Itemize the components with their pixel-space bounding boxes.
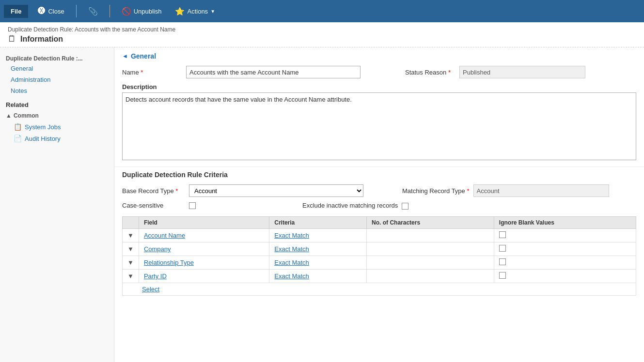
page-title-icon: 🗒 [8, 34, 16, 44]
row4-expand[interactable]: ▼ [123, 270, 139, 283]
separator-1 [76, 5, 77, 17]
sidebar-item-system-jobs[interactable]: 📋 System Jobs [0, 121, 114, 133]
row1-field: Account Name [139, 229, 269, 242]
row2-criteria: Exact Match [269, 242, 367, 256]
row4-field: Party ID [139, 270, 269, 283]
th-no-of-characters: No. of Characters [367, 217, 494, 229]
actions-button[interactable]: ⭐ Actions ▼ [171, 5, 219, 18]
case-sensitive-label: Case-sensitive [122, 202, 185, 209]
description-textarea[interactable]: Detects account records that have the sa… [122, 92, 636, 160]
base-record-type-group: Base Record Type * Account [122, 184, 363, 197]
separator-2 [110, 5, 110, 17]
row4-chars [367, 270, 494, 283]
th-field: Field [139, 217, 269, 229]
common-collapse-icon: ▲ [6, 112, 12, 119]
name-input[interactable] [186, 66, 361, 78]
file-button[interactable]: File [4, 5, 28, 18]
table-row: ▼ Account Name Exact Match [123, 229, 636, 242]
breadcrumb: Duplicate Detection Rule: Accounts with … [8, 26, 636, 33]
row3-field: Relationship Type [139, 256, 269, 270]
name-required-star: * [141, 69, 143, 76]
sidebar-common-header[interactable]: ▲ Common [0, 110, 114, 121]
row4-criteria-link[interactable]: Exact Match [274, 272, 309, 280]
general-collapse-icon[interactable]: ◄ [122, 53, 128, 60]
row3-criteria-link[interactable]: Exact Match [274, 259, 309, 266]
row2-expand[interactable]: ▼ [123, 242, 139, 256]
th-ignore-blank: Ignore Blank Values [494, 217, 636, 229]
exclude-inactive-checkbox[interactable] [402, 203, 408, 210]
row1-criteria-link[interactable]: Exact Match [274, 232, 309, 239]
row4-ignore-blank [494, 270, 636, 283]
sidebar-common-label: Common [14, 112, 39, 119]
case-sensitive-checkbox[interactable] [189, 202, 196, 209]
row1-chars [367, 229, 494, 242]
row3-ignore-blank [494, 256, 636, 270]
sidebar-item-audit-history[interactable]: 📄 Audit History [0, 133, 114, 144]
select-link[interactable]: Select [127, 286, 159, 293]
main-layout: Duplicate Detection Rule :... General Ad… [0, 47, 644, 362]
row2-criteria-link[interactable]: Exact Match [274, 245, 309, 253]
general-section-title: General [131, 52, 156, 60]
sidebar-item-notes[interactable]: Notes [0, 85, 114, 96]
actions-label: Actions [187, 8, 208, 15]
table-row: ▼ Company Exact Match [123, 242, 636, 256]
record-type-row: Base Record Type * Account Matching Reco… [114, 182, 644, 199]
row1-expand[interactable]: ▼ [123, 229, 139, 242]
page-title-row: 🗒 Information [8, 34, 636, 44]
name-row: Name * Status Reason * [114, 64, 644, 80]
toolbar: File 🅧 Close 📎 🚫 Unpublish ⭐ Actions ▼ [0, 0, 644, 22]
unpublish-label: Unpublish [134, 8, 162, 15]
actions-icon: ⭐ [175, 7, 185, 16]
sidebar-item-system-jobs-label: System Jobs [25, 123, 61, 131]
table-header-row: Field Criteria No. of Characters Ignore … [123, 217, 636, 229]
row3-field-link[interactable]: Relationship Type [144, 259, 194, 266]
description-label: Description [114, 80, 644, 92]
content-area: ◄ General Name * Status Reason * Descrip… [114, 47, 644, 362]
options-row: Case-sensitive Exclude inactive matching… [114, 199, 644, 212]
row2-field-link[interactable]: Company [144, 245, 171, 253]
system-jobs-icon: 📋 [14, 123, 22, 131]
base-required-star: * [175, 187, 178, 195]
unpublish-button[interactable]: 🚫 Unpublish [118, 5, 166, 18]
name-label: Name * [122, 69, 180, 76]
matching-required-star: * [467, 187, 469, 195]
row3-expand[interactable]: ▼ [123, 256, 139, 270]
base-record-type-select[interactable]: Account [189, 184, 363, 197]
exclude-inactive-label: Exclude inactive matching records [302, 202, 398, 209]
matching-record-type-group: Matching Record Type * [402, 184, 609, 197]
title-area: Duplicate Detection Rule: Accounts with … [0, 22, 644, 47]
row2-checkbox[interactable] [499, 245, 506, 252]
sidebar-item-general[interactable]: General [0, 63, 114, 74]
row1-field-link[interactable]: Account Name [144, 232, 185, 239]
exclude-inactive-group: Exclude inactive matching records [302, 202, 408, 210]
row2-ignore-blank [494, 242, 636, 256]
row1-criteria: Exact Match [269, 229, 367, 242]
actions-chevron-icon: ▼ [210, 9, 215, 14]
attach-icon: 📎 [88, 7, 98, 16]
attach-button[interactable]: 📎 [84, 5, 102, 18]
sidebar-related-title: Related [0, 96, 114, 110]
row4-field-link[interactable]: Party ID [144, 272, 167, 280]
general-section-header: ◄ General [114, 47, 644, 64]
row3-criteria: Exact Match [269, 256, 367, 270]
case-sensitive-group: Case-sensitive [122, 202, 196, 209]
status-reason-input [459, 66, 585, 78]
close-icon: 🅧 [38, 7, 46, 15]
table-select-row: Select [123, 283, 636, 296]
row2-chars [367, 242, 494, 256]
row3-checkbox[interactable] [499, 258, 506, 265]
matching-record-type-label: Matching Record Type * [402, 187, 470, 195]
row1-checkbox[interactable] [499, 231, 506, 238]
table-row: ▼ Party ID Exact Match [123, 270, 636, 283]
close-button[interactable]: 🅧 Close [34, 5, 68, 17]
sidebar-nav-title: Duplicate Detection Rule :... [0, 52, 114, 63]
th-expand [123, 217, 139, 229]
row4-checkbox[interactable] [499, 272, 506, 279]
close-label: Close [48, 8, 64, 15]
matching-record-type-input [473, 184, 609, 197]
unpublish-icon: 🚫 [122, 7, 131, 16]
status-reason-label: Status Reason * [405, 69, 454, 76]
sidebar-item-audit-history-label: Audit History [25, 135, 61, 142]
page-title: Information [20, 35, 63, 44]
sidebar-item-administration[interactable]: Administration [0, 74, 114, 85]
